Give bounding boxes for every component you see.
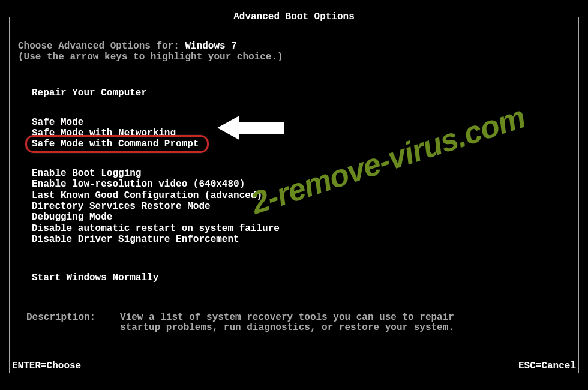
hint-line: (Use the arrow keys to highlight your ch… — [18, 52, 572, 63]
main-content: Choose Advanced Options for: Windows 7 (… — [10, 17, 578, 340]
option-disable-auto-restart[interactable]: Disable automatic restart on system fail… — [31, 223, 280, 234]
choose-label: Choose Advanced Options for: — [18, 41, 185, 52]
option-group-1: Repair Your Computer — [18, 88, 572, 98]
red-circle-annotation — [25, 135, 209, 153]
footer-hints: ENTER=Choose ESC=Cancel — [10, 363, 578, 376]
description-block: Description: View a list of system recov… — [18, 313, 572, 334]
title-bar: Advanced Boot Options — [10, 11, 578, 22]
boot-options-panel: Advanced Boot Options Choose Advanced Op… — [9, 17, 579, 373]
option-low-res-video[interactable]: Enable low-resolution video (640x480) — [31, 179, 245, 190]
option-directory-services-restore[interactable]: Directory Services Restore Mode — [31, 201, 211, 212]
option-debugging-mode[interactable]: Debugging Mode — [31, 212, 113, 223]
option-safe-mode-cmd[interactable]: Safe Mode with Command Prompt — [31, 139, 199, 149]
enter-hint: ENTER=Choose — [11, 361, 82, 371]
choose-line: Choose Advanced Options for: Windows 7 — [18, 41, 572, 52]
option-start-normally[interactable]: Start Windows Normally — [31, 272, 159, 283]
option-group-4: Start Windows Normally — [18, 272, 572, 283]
esc-hint: ESC=Cancel — [517, 361, 577, 371]
description-text: View a list of system recovery tools you… — [120, 313, 454, 334]
option-disable-driver-sig[interactable]: Disable Driver Signature Enforcement — [31, 234, 240, 245]
option-group-3: Enable Boot Logging Enable low-resolutio… — [18, 168, 572, 245]
os-name: Windows 7 — [185, 41, 236, 52]
option-repair[interactable]: Repair Your Computer — [31, 88, 148, 98]
option-group-2: Safe Mode Safe Mode with Networking Safe… — [18, 117, 572, 150]
description-label: Description: — [26, 313, 113, 334]
option-last-known-good[interactable]: Last Known Good Configuration (advanced) — [31, 190, 263, 201]
page-title: Advanced Boot Options — [229, 11, 359, 22]
option-boot-logging[interactable]: Enable Boot Logging — [31, 168, 142, 179]
option-safe-mode[interactable]: Safe Mode — [31, 117, 84, 128]
